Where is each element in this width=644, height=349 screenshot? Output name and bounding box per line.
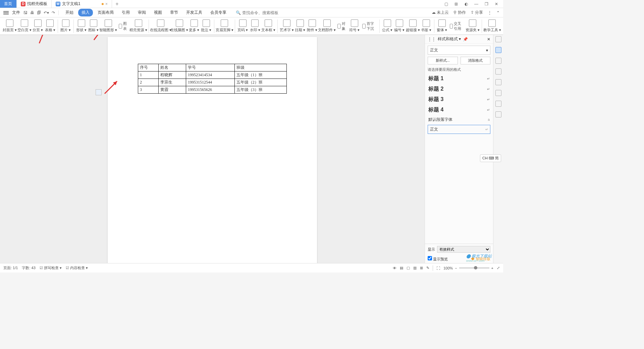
page-indicator[interactable]: 页面: 1/1: [3, 265, 18, 270]
tab-add[interactable]: +: [112, 0, 122, 8]
strip-icon-7[interactable]: [495, 101, 501, 107]
ribbon-文档部件[interactable]: 文档部件 ▾: [319, 19, 335, 33]
tab-template[interactable]: D 找稻壳模板: [17, 0, 52, 8]
ribbon-超链接[interactable]: 超链接 ▾: [406, 19, 420, 33]
data-table[interactable]: 序号姓名学号班级1程晓辉199523414534五年级（1）班2李宗生19953…: [138, 64, 287, 94]
cloud-status[interactable]: ☁ 未上云: [432, 10, 449, 15]
ribbon-side-dropcap[interactable]: 首字下沉: [361, 21, 377, 32]
ribbon-书签[interactable]: 书签 ▾: [421, 19, 432, 33]
layout-icon[interactable]: ▢: [443, 1, 449, 7]
spell-check[interactable]: ☑ 拼写检查 ▾: [40, 265, 62, 270]
view-outline-icon[interactable]: ▥: [413, 266, 417, 270]
style-normal[interactable]: 正文↵: [428, 125, 490, 134]
strip-icon-5[interactable]: [495, 79, 501, 85]
save-icon[interactable]: 🖫: [23, 10, 28, 15]
ribbon-在线脑图[interactable]: 在线脑图 ▾: [171, 19, 188, 33]
table-row[interactable]: 3黄霞199531565626五年级（3）班: [138, 86, 287, 94]
menu-tab-0[interactable]: 开始: [62, 9, 77, 16]
style-item[interactable]: 标题 3↵: [425, 94, 493, 105]
strip-icon-1[interactable]: [495, 36, 501, 42]
strip-icon-6[interactable]: [495, 90, 501, 96]
menu-tab-3[interactable]: 引用: [118, 9, 133, 16]
display-select[interactable]: 有效样式: [437, 246, 490, 253]
ribbon-形状[interactable]: 形状 ▾: [76, 19, 87, 33]
strip-styles-icon[interactable]: [495, 47, 501, 53]
ribbon-封面页[interactable]: 封面页 ▾: [3, 19, 17, 33]
table-row[interactable]: 2李宗生199531512544五年级（2）班: [138, 79, 287, 86]
ruler-icon[interactable]: ✎: [426, 266, 429, 270]
ribbon-页码[interactable]: 页码 ▾: [237, 19, 249, 33]
new-style-button[interactable]: 新样式...: [428, 57, 458, 64]
ribbon-公式[interactable]: 公式 ▾: [382, 19, 393, 33]
menu-tab-1[interactable]: 插入: [78, 9, 93, 16]
menu-tab-4[interactable]: 审阅: [135, 9, 149, 16]
ribbon-图片[interactable]: 图片 ▾: [60, 19, 71, 33]
ribbon-更多[interactable]: 更多 ▾: [188, 19, 200, 33]
ribbon-艺术字[interactable]: 艺术字 ▾: [280, 19, 294, 33]
current-style-select[interactable]: 正文▾: [428, 46, 490, 55]
menu-tab-5[interactable]: 视图: [151, 9, 165, 16]
panel-grip-icon[interactable]: ⋮⋮: [428, 37, 436, 42]
skin-icon[interactable]: ◐: [463, 1, 470, 7]
ribbon-空白页[interactable]: 空白页 ▾: [17, 19, 32, 33]
panel-pin-icon[interactable]: 📌: [463, 37, 468, 42]
style-item[interactable]: 标题 1↵: [425, 73, 493, 84]
clear-format-button[interactable]: 清除格式: [461, 57, 491, 64]
tab-close[interactable]: ×: [105, 2, 108, 6]
ribbon-教学工具[interactable]: 教学工具 ▾: [484, 19, 500, 33]
ribbon-批注[interactable]: 批注 ▾: [201, 19, 212, 33]
style-item[interactable]: 标题 2↵: [425, 84, 493, 94]
ribbon-分页[interactable]: 分页 ▾: [32, 19, 44, 33]
zoom-out-icon[interactable]: −: [455, 266, 457, 270]
document-page[interactable]: 序号姓名学号班级1程晓辉199523414534五年级（1）班2李宗生19953…: [108, 37, 317, 263]
menu-tab-2[interactable]: 页面布局: [94, 9, 117, 16]
ribbon-图标[interactable]: 图标 ▾: [88, 19, 99, 33]
view-eye-icon[interactable]: 👁: [393, 266, 396, 270]
more-icon[interactable]: ⋮: [488, 10, 492, 15]
ribbon-side-object[interactable]: 对象: [336, 21, 348, 32]
ribbon-资源夹[interactable]: 资源夹 ▾: [466, 19, 480, 33]
ribbon-side-chart[interactable]: 图表: [117, 21, 129, 32]
preview-icon[interactable]: 🗐: [37, 10, 41, 15]
table-row[interactable]: 1程晓辉199523414534五年级（1）班: [138, 71, 287, 79]
ribbon-稻壳资源[interactable]: 稻壳资源 ▾: [130, 19, 147, 33]
hamburger-icon[interactable]: [3, 11, 9, 14]
view-web-icon[interactable]: ⊞: [420, 266, 423, 270]
share-button[interactable]: ⇪ 分享: [471, 10, 483, 15]
ribbon-日期[interactable]: 日期 ▾: [294, 19, 306, 33]
ribbon-窗体[interactable]: 窗体 ▾: [436, 19, 448, 33]
tab-document[interactable]: W 文字文稿1 ×: [52, 0, 112, 8]
style-default-font[interactable]: 默认段落字体a: [425, 115, 493, 124]
search-input[interactable]: [242, 10, 289, 15]
coop-button[interactable]: ⚲ 协作: [453, 10, 466, 15]
menu-tab-8[interactable]: 会员专享: [207, 9, 230, 16]
preview-checkbox[interactable]: 显示预览: [428, 256, 448, 262]
strip-settings-icon[interactable]: [495, 111, 501, 117]
ribbon-side-crossref[interactable]: 交叉引用: [448, 21, 465, 32]
file-menu[interactable]: 文件: [12, 10, 20, 15]
ribbon-符号[interactable]: 符号 ▾: [349, 19, 360, 33]
zoom-slider[interactable]: [459, 267, 489, 268]
smart-layout-link[interactable]: ◆ 智能排版: [471, 256, 490, 261]
minimize-icon[interactable]: —: [473, 1, 480, 7]
style-item[interactable]: 标题 4↵: [425, 105, 493, 115]
ribbon-水印[interactable]: 水印 ▾: [249, 19, 261, 33]
zoom-in-icon[interactable]: +: [491, 266, 493, 270]
close-icon[interactable]: ✕: [493, 1, 500, 7]
grid-icon[interactable]: ⊞: [453, 1, 460, 7]
zoom-control[interactable]: 100% − +: [443, 266, 493, 270]
ime-badge[interactable]: CH ⌨ 简: [480, 154, 501, 162]
ribbon-附件[interactable]: 附件 ▾: [307, 19, 318, 33]
command-search[interactable]: 🔍: [236, 10, 289, 15]
menu-tab-6[interactable]: 章节: [167, 9, 181, 16]
fit-icon[interactable]: ⛶: [436, 266, 440, 270]
expand-icon[interactable]: ⤢: [497, 266, 500, 270]
word-count[interactable]: 字数: 43: [22, 265, 35, 270]
ribbon-页眉页脚[interactable]: 页眉页脚 ▾: [216, 19, 233, 33]
redo-icon[interactable]: ↷: [52, 10, 55, 15]
panel-close-icon[interactable]: ✕: [487, 37, 490, 42]
ribbon-文本框[interactable]: 文本框 ▾: [261, 19, 275, 33]
view-read-icon[interactable]: ▤: [400, 266, 403, 270]
collapse-ribbon-icon[interactable]: ⌃: [496, 10, 500, 15]
strip-select-icon[interactable]: [495, 58, 501, 64]
